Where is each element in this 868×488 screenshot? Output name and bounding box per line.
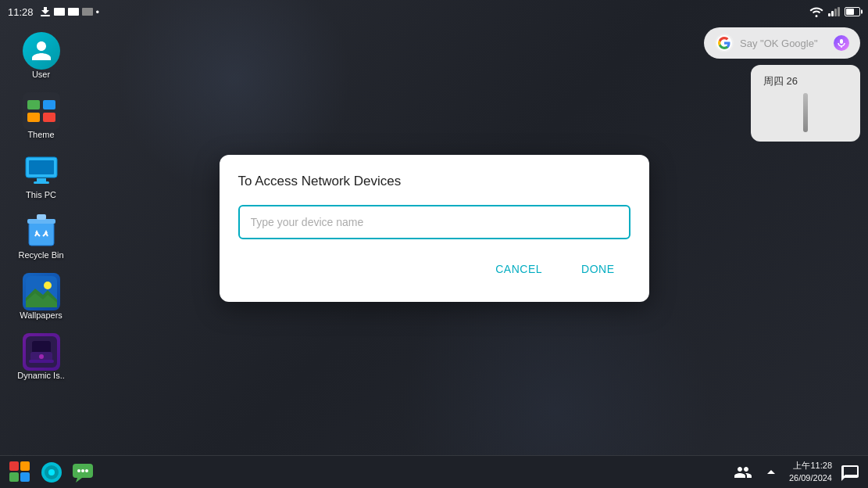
done-button[interactable]: DONE xyxy=(566,255,630,283)
users-icon xyxy=(734,463,752,482)
taskbar-time: 上午11:28 26/09/2024 xyxy=(789,460,832,484)
svg-point-27 xyxy=(48,469,55,475)
chevron-up-icon xyxy=(765,466,777,479)
svg-point-31 xyxy=(85,469,88,472)
taskbar-app-2[interactable] xyxy=(39,460,64,485)
desktop: 11:28 • xyxy=(0,0,868,488)
app3-icon xyxy=(71,461,95,484)
dialog-title: To Access Network Devices xyxy=(238,174,630,189)
app2-icon xyxy=(40,461,63,484)
taskbar-app-1[interactable] xyxy=(8,460,33,485)
network-device-dialog: To Access Network Devices CANCEL DONE xyxy=(220,155,649,302)
taskbar-expand-icon[interactable] xyxy=(761,462,781,483)
cancel-button[interactable]: CANCEL xyxy=(480,255,558,283)
dialog-actions: CANCEL DONE xyxy=(238,255,630,283)
taskbar: 上午11:28 26/09/2024 xyxy=(0,455,868,488)
app1-icon xyxy=(9,461,32,484)
svg-point-30 xyxy=(81,469,84,472)
chat-icon xyxy=(841,464,859,481)
taskbar-date-value: 26/09/2024 xyxy=(789,472,832,484)
svg-rect-22 xyxy=(20,461,30,471)
dialog-overlay: To Access Network Devices CANCEL DONE xyxy=(0,0,868,457)
taskbar-users-icon[interactable] xyxy=(733,462,753,483)
taskbar-apps xyxy=(8,460,95,485)
svg-rect-24 xyxy=(20,472,30,482)
svg-rect-23 xyxy=(9,472,19,482)
svg-point-29 xyxy=(77,469,80,472)
taskbar-time-value: 上午11:28 xyxy=(789,460,832,472)
taskbar-right: 上午11:28 26/09/2024 xyxy=(733,460,860,484)
taskbar-app-3[interactable] xyxy=(70,460,95,485)
device-name-input[interactable] xyxy=(238,205,630,239)
taskbar-chat-icon[interactable] xyxy=(840,462,860,483)
svg-rect-21 xyxy=(9,461,19,471)
